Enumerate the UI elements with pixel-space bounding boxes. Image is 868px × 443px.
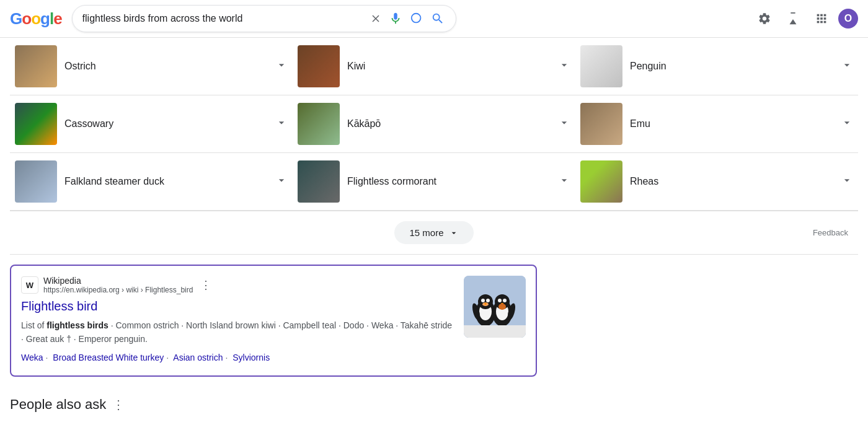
bird-image — [298, 160, 340, 203]
apps-button[interactable] — [810, 7, 833, 30]
people-also-ask-section: People also ask ⋮ — [10, 387, 858, 425]
svg-point-0 — [411, 14, 420, 23]
paa-more-options-icon[interactable]: ⋮ — [112, 397, 125, 412]
more-row: 15 more Feedback — [10, 211, 858, 255]
wiki-favicon: W — [21, 276, 38, 294]
labs-icon — [786, 12, 800, 25]
chevron-down-icon — [449, 228, 459, 238]
paa-title-text: People also ask — [10, 397, 106, 413]
more-label: 15 more — [409, 227, 443, 238]
svg-point-5 — [481, 299, 485, 302]
header-right: O — [753, 7, 858, 30]
chevron-down-icon — [841, 116, 853, 132]
chevron-down-icon — [275, 174, 288, 190]
header: Google — [0, 0, 868, 38]
logo-letter-o2: o — [31, 9, 40, 29]
bird-image — [298, 103, 340, 145]
settings-icon — [758, 12, 771, 25]
chevron-down-icon — [558, 116, 570, 132]
bird-item[interactable]: Rheas — [575, 153, 858, 211]
result-link-broad-breasted[interactable]: Broad Breasted White turkey — [53, 353, 164, 362]
bird-name: Penguin — [630, 61, 833, 72]
bird-name: Ostrich — [64, 61, 268, 72]
bird-image — [15, 160, 57, 203]
chevron-down-icon — [558, 59, 570, 74]
result-title-text: Flightless bird — [21, 299, 97, 313]
bird-name: Emu — [630, 118, 833, 129]
labs-button[interactable] — [781, 7, 805, 30]
apps-icon — [815, 12, 828, 25]
chevron-down-icon — [841, 174, 853, 190]
logo-letter-e: e — [53, 9, 61, 29]
svg-point-6 — [486, 299, 490, 302]
bird-name: Rheas — [630, 176, 833, 187]
logo-letter-g: G — [10, 9, 22, 29]
lens-search-button[interactable] — [409, 11, 425, 27]
result-image — [464, 276, 526, 338]
chevron-down-icon — [558, 174, 570, 190]
search-submit-button[interactable] — [430, 11, 446, 27]
bird-item[interactable]: Kākāpō — [293, 95, 575, 153]
chevron-down-icon — [275, 59, 288, 74]
source-info: Wikipedia https://en.wikipedia.org › wik… — [43, 276, 193, 294]
user-avatar-button[interactable]: O — [838, 9, 858, 29]
result-description: List of flightless birds · Common ostric… — [21, 318, 454, 346]
bird-image — [580, 160, 622, 203]
svg-point-14 — [503, 299, 507, 302]
bird-grid: Ostrich Kiwi Penguin Cassowary Kākāp — [10, 38, 858, 211]
bird-image — [15, 45, 57, 87]
search-input[interactable] — [82, 13, 364, 24]
bird-image — [15, 103, 57, 145]
source-menu-icon[interactable]: ⋮ — [200, 278, 211, 292]
svg-point-16 — [498, 304, 506, 310]
bird-image — [580, 45, 622, 87]
more-button[interactable]: 15 more — [394, 221, 473, 244]
result-card: W Wikipedia https://en.wikipedia.org › w… — [10, 265, 537, 377]
bird-name: Falkland steamer duck — [64, 176, 268, 187]
chevron-down-icon — [841, 59, 853, 74]
feedback-link[interactable]: Feedback — [813, 228, 848, 237]
bird-item[interactable]: Kiwi — [293, 38, 575, 95]
bird-item[interactable]: Emu — [575, 95, 858, 153]
search-bar — [72, 5, 456, 32]
result-links: Weka· Broad Breasted White turkey· Asian… — [21, 350, 454, 366]
bird-item[interactable]: Falkland steamer duck — [10, 153, 293, 211]
result-title-link[interactable]: Flightless bird — [21, 299, 454, 314]
source-url: https://en.wikipedia.org › wiki › Flight… — [43, 286, 193, 294]
bird-image — [298, 45, 340, 87]
result-link-sylviornis[interactable]: Sylviornis — [232, 353, 270, 362]
chevron-down-icon — [275, 116, 288, 132]
paa-title: People also ask ⋮ — [10, 397, 858, 413]
result-link-asian-ostrich[interactable]: Asian ostrich — [173, 353, 223, 362]
voice-search-button[interactable] — [388, 11, 404, 27]
penguin-illustration — [464, 276, 526, 338]
mic-icon — [389, 12, 402, 25]
logo-letter-g2: g — [40, 9, 50, 29]
clear-icon — [370, 13, 381, 24]
bird-item[interactable]: Flightless cormorant — [293, 153, 575, 211]
bird-item[interactable]: Penguin — [575, 38, 858, 95]
bird-name: Cassowary — [64, 118, 268, 129]
bird-image — [580, 103, 622, 145]
search-submit-icon — [431, 12, 445, 25]
clear-button[interactable] — [369, 12, 383, 25]
result-link-weka[interactable]: Weka — [21, 353, 43, 362]
svg-rect-18 — [464, 325, 526, 338]
bird-name: Kākāpō — [347, 118, 551, 129]
svg-point-13 — [498, 299, 502, 302]
main-content: Ostrich Kiwi Penguin Cassowary Kākāp — [0, 38, 868, 425]
bird-name: Flightless cormorant — [347, 176, 551, 187]
bird-name: Kiwi — [347, 61, 551, 72]
google-logo: Google — [10, 9, 62, 29]
source-name: Wikipedia — [43, 276, 193, 286]
settings-button[interactable] — [753, 7, 776, 30]
logo-letter-o1: o — [22, 9, 31, 29]
bird-item[interactable]: Cassowary — [10, 95, 293, 153]
source-row: W Wikipedia https://en.wikipedia.org › w… — [21, 276, 454, 294]
result-content: W Wikipedia https://en.wikipedia.org › w… — [21, 276, 454, 366]
svg-point-4 — [478, 294, 493, 309]
bird-item[interactable]: Ostrich — [10, 38, 293, 95]
lens-icon — [410, 12, 423, 25]
